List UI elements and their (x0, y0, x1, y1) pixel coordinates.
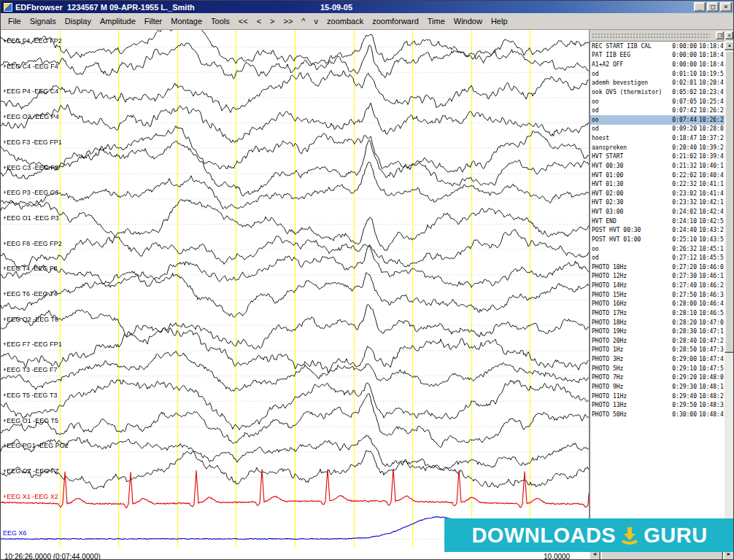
annotation-row[interactable]: HVT END0:24:1010:42:5 (590, 217, 725, 226)
channel-label-11[interactable]: +EEG O2 -EEG T6 (3, 316, 58, 323)
annotation-row[interactable]: PHOTO 50Hz0:30:0010:48:4 (590, 410, 725, 419)
annotations-panel-titlebar[interactable]: ❐ × (590, 30, 734, 41)
menu-item-zoomback[interactable]: zoomback (322, 15, 368, 28)
eeg-waveform-canvas[interactable] (1, 30, 589, 548)
annotation-row[interactable]: HVT 01:000:22:0210:40:4 (590, 171, 725, 180)
annotation-row[interactable]: od0:09:2010:28:0 (590, 125, 725, 134)
annotation-vscrollbar[interactable]: ▲ ▼ (725, 41, 734, 548)
vscroll-thumb[interactable] (725, 50, 734, 353)
menu-item-window[interactable]: Window (449, 15, 487, 28)
float-panel-icon[interactable]: ❐ (716, 31, 724, 39)
menu-item-amplitude[interactable]: Amplitude (96, 15, 140, 28)
menu-item-display[interactable]: Display (61, 15, 96, 28)
annotation-onset: 0:27:12 (668, 254, 697, 261)
annotation-row[interactable]: oo0:07:0510:25:4 (590, 97, 725, 106)
dock-grip-icon[interactable] (592, 33, 710, 38)
menu-item-filter[interactable]: Filter (140, 15, 166, 28)
menu-item-time[interactable]: Time (423, 15, 449, 28)
annotation-row[interactable]: HVT 03:000:24:0210:42:4 (590, 207, 725, 217)
channel-label-6[interactable]: +EEG P3 -EEG C3 (3, 189, 58, 196)
channel-label-17[interactable]: +EEG CZ -EEG FZ (3, 467, 59, 475)
menu-item-zoomforward[interactable]: zoomforward (368, 15, 423, 28)
annotation-label: PHOTO 10Hz (592, 264, 668, 271)
channel-label-15[interactable]: +EEG O1 -EEG T5 (3, 417, 58, 424)
annotation-row[interactable]: PHOTO 18Hz0:28:2010:47:0 (590, 318, 725, 327)
annotation-row[interactable]: PHOTO 7Hz0:29:2010:48:0 (590, 373, 725, 383)
annotation-row[interactable]: od0:01:1010:19:5 (590, 69, 725, 79)
menu-item-forward[interactable]: > (266, 15, 279, 28)
annotation-row[interactable]: ook OVS (thermistor)0:05:0210:23:4 (590, 88, 725, 97)
menu-item-amplitude-up[interactable]: ^ (297, 15, 309, 28)
annotation-row[interactable]: PHOTO 14Hz0:27:4010:46:2 (590, 281, 725, 290)
channel-label-19[interactable]: EEG X6 (3, 529, 27, 537)
watermark-text-left: DOWNLOADS (471, 524, 616, 548)
channel-label-9[interactable]: +EEG T4 -EEG F8 (3, 265, 58, 272)
channel-label-7[interactable]: +EEG O1 -EEG P3 (3, 214, 59, 222)
menu-item-tools[interactable]: Tools (206, 15, 234, 28)
annotation-row[interactable]: oo0:26:3210:45:1 (590, 244, 725, 254)
vscroll-track[interactable] (725, 50, 734, 538)
channel-label-10[interactable]: +EEG T6 -EEG T4 (3, 290, 57, 298)
annotation-row[interactable]: PHOTO 5Hz0:29:1010:47:5 (590, 364, 725, 373)
annotation-row[interactable]: PHOTO 9Hz0:29:3010:48:1 (590, 382, 725, 392)
annotation-row[interactable]: HVT 02:000:23:0210:41:4 (590, 189, 725, 198)
close-panel-icon[interactable]: × (725, 31, 733, 39)
annotation-row[interactable]: PHOTO 17Hz0:28:1010:46:5 (590, 308, 725, 318)
channel-label-12[interactable]: +EEG F7 -EEG FP1 (3, 341, 62, 348)
channel-label-13[interactable]: +EEG T3 -EEG F7 (3, 366, 58, 373)
menu-item-file[interactable]: File (4, 15, 26, 28)
annotation-row[interactable]: POST HVT 00:300:24:4010:43:2 (590, 226, 725, 236)
annotation-row[interactable]: PHOTO 19Hz0:28:3010:47:1 (590, 327, 725, 336)
channel-label-16[interactable]: +EEG PG1 -EEG PG2 (3, 442, 69, 449)
annotation-row[interactable]: PHOTO 3Hz0:29:0010:47:4 (590, 354, 725, 364)
annotation-clock: 10:42:5 (699, 218, 725, 225)
menu-item-amplitude-down[interactable]: v (310, 15, 323, 28)
menu-item-fast-backward[interactable]: << (234, 15, 252, 28)
annotation-row[interactable]: PAT IIB EEG0:00:0010:18:4 (590, 51, 725, 61)
annotation-onset: 0:01:10 (668, 71, 697, 77)
annotation-row[interactable]: od0:27:1210:45:5 (590, 253, 725, 262)
annotation-row[interactable]: PHOTO 20Hz0:28:4010:47:2 (590, 336, 725, 346)
annotation-row[interactable]: ademh bevestigen0:02:0110:20:4 (590, 79, 725, 88)
annotation-row[interactable]: POST HVT 01:000:25:1010:43:5 (590, 235, 725, 244)
menu-item-help[interactable]: Help (487, 15, 512, 28)
annotation-clock: 10:47:2 (699, 338, 725, 344)
channel-label-14[interactable]: +EEG T5 -EEG T3 (3, 392, 57, 399)
menu-item-signals[interactable]: Signals (26, 15, 61, 28)
annotation-row[interactable]: HVT 01:300:22:3210:41:1 (590, 179, 725, 189)
minimize-button[interactable]: _ (694, 2, 706, 12)
menu-item-backward[interactable]: < (252, 15, 266, 28)
annotation-row[interactable]: od0:07:4210:26:2 (590, 106, 725, 115)
menu-item-fast-forward[interactable]: >> (279, 15, 298, 28)
annotation-row[interactable]: PHOTO 15Hz0:27:5010:46:3 (590, 290, 725, 300)
annotation-row[interactable]: PHOTO 11Hz0:29:4010:48:2 (590, 392, 725, 401)
channel-label-2[interactable]: +EEG P4 -EEG C4 (3, 88, 58, 95)
annotation-row[interactable]: REC START IIB CAL0:00:0010:18:4 (590, 42, 725, 51)
channel-label-3[interactable]: +EEG O2 -EEG P4 (3, 113, 59, 120)
annotation-row[interactable]: aanspreken0:20:4010:39:2 (590, 143, 725, 152)
annotation-row[interactable]: PHOTO 16Hz0:28:0010:46:4 (590, 300, 725, 309)
annotation-row[interactable]: PHOTO 10Hz0:27:2010:46:0 (590, 262, 725, 272)
maximize-button[interactable]: □ (707, 2, 719, 12)
annotation-onset: 0:29:10 (668, 365, 697, 372)
annotation-row[interactable]: HVT 00:300:21:3210:40:1 (590, 161, 725, 171)
annotation-row[interactable]: HVT 02:300:23:3210:42:1 (590, 198, 725, 208)
annotation-row[interactable]: HVT START0:21:0210:39:4 (590, 152, 725, 162)
channel-label-4[interactable]: +EEG F3 -EEG FP1 (3, 139, 62, 146)
channel-label-18[interactable]: +EEG X1 -EEG X2 (3, 493, 58, 500)
channel-label-0[interactable]: +EEG F4 -EEG FP2 (3, 37, 62, 44)
scroll-up-icon[interactable]: ▲ (725, 41, 734, 50)
annotation-row[interactable]: PHOTO 1Hz0:28:5010:47:3 (590, 346, 725, 355)
annotation-row[interactable]: PHOTO 12Hz0:27:3010:46:1 (590, 272, 725, 281)
channel-label-8[interactable]: +EEG F8 -EEG FP2 (3, 240, 62, 247)
titlebar[interactable]: EDFbrowser 1234567 M 09-APR-1955 L._Smit… (1, 1, 733, 13)
annotation-row[interactable]: PHOTO 13Hz0:29:5010:48:3 (590, 400, 725, 410)
channel-label-5[interactable]: +EEG C3 -EEG F3 (3, 164, 58, 171)
annotation-row[interactable]: hoest0:18:4710:37:2 (590, 133, 725, 143)
close-button[interactable]: × (720, 2, 732, 12)
channel-label-1[interactable]: +EEG C4 -EEG F4 (3, 63, 58, 70)
menu-item-montage[interactable]: Montage (166, 15, 206, 28)
annotation-row[interactable]: A1+A2 OFF0:00:0010:18:4 (590, 60, 725, 69)
annotation-onset: 0:24:40 (668, 227, 697, 233)
annotation-row[interactable]: oo0:07:4410:26:2 (590, 115, 725, 125)
